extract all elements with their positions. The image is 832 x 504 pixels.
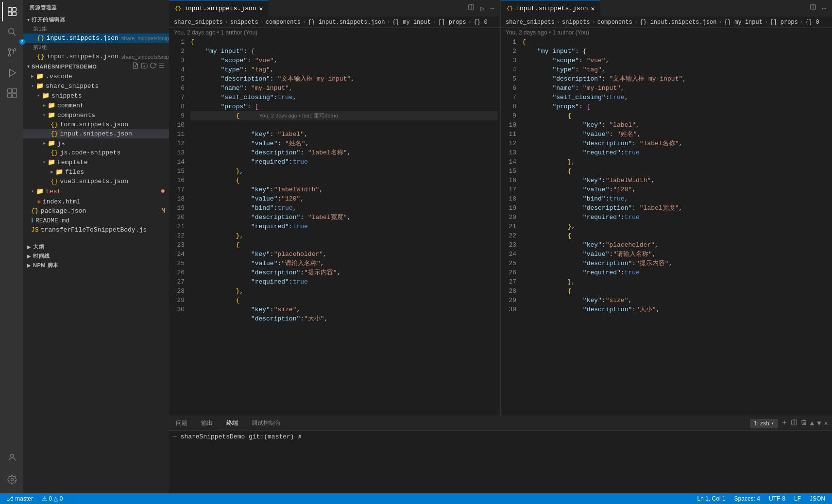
rbc-my-input[interactable]: {} my input [724,19,763,26]
status-spaces[interactable]: Spaces: 4 [732,495,762,502]
tree-share-snippets[interactable]: ▾ 📁 share_snippets [23,81,169,91]
rbc-filename[interactable]: {} input.snippets.json [640,19,716,26]
bc-snippets[interactable]: snippets [230,19,258,26]
terminal-content[interactable]: → shareSnippetsDemo git:(master) ✗ [169,431,832,493]
rbc-share-snippets[interactable]: share_snippets [506,19,555,26]
bottom-tab-output[interactable]: 输出 [194,416,220,430]
test-chevron: ▾ [31,188,34,194]
tree-package-json[interactable]: {} package.json M [23,206,169,216]
run-code-icon[interactable]: ▷ [478,3,486,14]
status-line-ending[interactable]: LF [792,495,803,502]
bc-components[interactable]: components [266,19,301,26]
refresh-icon[interactable] [150,62,156,70]
left-line-numbers: 12345 678910 1112131415 1617181920 21222… [169,37,188,416]
svg-point-15 [11,454,14,457]
right-code-content[interactable]: { "my input": { "scope": "vue", "type": … [520,37,832,416]
bc-sep2: › [260,19,264,26]
bc-share-snippets[interactable]: share_snippets [174,19,223,26]
json-icon-form: {} [51,121,58,128]
outline-chevron: ▶ [27,244,31,250]
tree-js-code-snippets[interactable]: {} js.code-snippets [23,148,169,157]
bottom-tab-terminal[interactable]: 终端 [220,416,245,430]
snippets-chevron: ▾ [37,93,40,99]
left-tab-close[interactable]: ✕ [259,5,263,13]
tree-readme[interactable]: ℹ README.md [23,216,169,225]
settings-gear-icon[interactable] [2,470,21,489]
new-folder-icon[interactable] [141,62,148,70]
right-tab-input-snippets[interactable]: {} input.snippets.json ✕ [501,0,600,17]
source-control-icon[interactable]: 2 [2,43,21,62]
status-branch[interactable]: ⎇ master [5,495,35,502]
rbc-components[interactable]: components [597,19,632,26]
rbc-snippets[interactable]: snippets [562,19,590,26]
scroll-up-icon[interactable]: ▲ [810,420,814,427]
split-terminal-icon[interactable] [791,419,798,428]
status-errors[interactable]: ⚠ 0 △ 0 [40,495,65,502]
open-editor-file-2[interactable]: {} input.snippets.json share_snippets/sn… [23,52,169,61]
bottom-tab-debug[interactable]: 调试控制台 [245,416,288,430]
svg-rect-0 [8,8,12,11]
timeline-toggle[interactable]: ▶ 时间线 [23,252,169,261]
left-editor-scroll[interactable]: 12345 678910 1112131415 1617181920 21222… [169,37,500,416]
npm-toggle[interactable]: ▶ NPM 脚本 [23,261,169,270]
project-header-left: ▾ SHARESNIPPETSDEMO [27,64,97,69]
tree-snippets[interactable]: ▾ 📁 snippets [23,91,169,101]
explorer-icon[interactable] [2,2,21,21]
tree-vscode[interactable]: ▶ 📁 .vscode [23,71,169,81]
right-split-icon[interactable] [808,3,818,14]
scroll-down-icon[interactable]: ▼ [817,420,821,427]
json-icon-package: {} [31,207,39,215]
tree-vue3-snippets[interactable]: {} vue3.snippets.json [23,177,169,186]
extensions-icon[interactable] [2,84,21,103]
rbc-0[interactable]: {} 0 [805,19,819,26]
bc-props[interactable]: [] props [438,19,466,26]
split-editor-icon[interactable] [466,3,476,14]
tree-form-snippets[interactable]: {} form.snippets.json [23,120,169,129]
bc-0[interactable]: {} 0 [474,19,488,26]
tree-comment[interactable]: ▶ 📁 comment [23,101,169,110]
right-tab-close[interactable]: ✕ [591,5,594,13]
tree-input-snippets[interactable]: {} input.snippets.json [23,129,169,138]
tree-files[interactable]: ▶ 📁 files [23,167,169,177]
rbc-sep1: › [557,19,560,26]
tree-index-html[interactable]: ◈ index.html [23,197,169,206]
tree-template[interactable]: ▾ 📁 template [23,157,169,167]
right-editor-scroll[interactable]: 12345 678910 1112131415 1617181920 21222… [501,37,832,416]
search-icon[interactable] [2,22,21,42]
bottom-tab-problems[interactable]: 问题 [169,416,194,430]
tree-components[interactable]: ▾ 📁 components [23,110,169,120]
status-line-col[interactable]: Ln 1, Col 1 [696,495,728,502]
close-panel-icon[interactable]: ✕ [824,419,828,427]
project-chevron: ▾ [27,64,30,69]
kill-terminal-icon[interactable] [800,419,807,428]
outline-toggle[interactable]: ▶ 大纲 [23,242,169,252]
bc-filename[interactable]: {} input.snippets.json [308,19,385,26]
status-language[interactable]: JSON [808,495,827,502]
bc-sep1: › [225,19,228,26]
tree-js[interactable]: ▶ 📁 js [23,138,169,148]
open-editor-file-1[interactable]: {} input.snippets.json share_snippets/sn… [23,34,169,43]
left-tab-input-snippets[interactable]: {} input.snippets.json ✕ [169,0,269,17]
new-terminal-icon[interactable] [781,419,788,428]
right-more-icon[interactable]: ⋯ [820,3,828,14]
open-editors-label: 打开的编辑器 [32,16,65,23]
run-debug-icon[interactable] [2,63,21,83]
right-tab-filename: input.snippets.json [516,5,588,12]
open-editor-filename-1: input.snippets.json [47,34,119,42]
right-pane-actions: ⋯ [804,0,832,17]
bc-my-input[interactable]: {} my input [392,19,431,26]
tree-test[interactable]: ▾ 📁 test ● [23,186,169,197]
more-actions-icon[interactable]: ⋯ [489,3,496,14]
open-editors-toggle[interactable]: ▾ 打开的编辑器 [23,15,169,24]
rbc-props[interactable]: [] props [770,19,798,26]
tree-transfer-js[interactable]: JS transferFileToSnippetBody.js [23,225,169,235]
terminal-selector[interactable]: 1: zsh ▾ [750,419,778,428]
new-file-icon[interactable] [132,62,139,70]
collapse-all-icon[interactable] [158,62,165,70]
bottom-panel-actions: 1: zsh ▾ ▲ ▼ ✕ [746,416,832,430]
right-line-numbers: 12345 678910 1112131415 1617181920 21222… [501,37,520,416]
left-code-content[interactable]: { "my input": { "scope": "vue", "type": … [188,37,500,416]
accounts-icon[interactable] [2,448,21,467]
status-encoding[interactable]: UTF-8 [767,495,787,502]
vscode-chevron: ▶ [31,73,34,79]
